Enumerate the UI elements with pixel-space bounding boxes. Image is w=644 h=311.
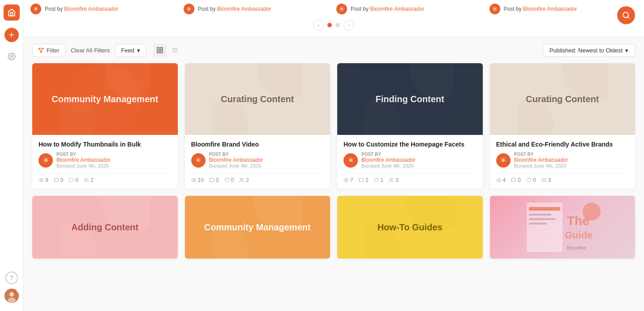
- card-title-2: Bloomfire Brand Video: [191, 140, 324, 148]
- svg-rect-39: [529, 214, 551, 216]
- home-button[interactable]: [4, 4, 20, 21]
- main-content: ✳ Post by Bloomfire Ambassador ✳ Post by…: [23, 0, 644, 311]
- svg-marker-6: [39, 48, 43, 52]
- card-body-1: How to Modify Thumbnails in Bulk ✳ POST …: [32, 135, 178, 189]
- svg-text:Bloomfire: Bloomfire: [567, 246, 586, 251]
- author-date-1: Bumped June 4th, 2020: [56, 163, 111, 168]
- svg-point-2: [9, 292, 14, 297]
- carousel-post-label-4: Post by Bloomfire Ambassador: [504, 6, 577, 12]
- svg-line-5: [627, 17, 629, 18]
- post-by-1: POST BY: [56, 152, 111, 157]
- card-curating-content[interactable]: Curating Content Bloomfire Brand Video ✳…: [185, 63, 331, 189]
- svg-point-28: [518, 99, 554, 135]
- stat-comments-1: 0: [54, 177, 64, 183]
- card-photo[interactable]: The Guide Bloomfire: [490, 196, 635, 259]
- author-date-4: Bumped June 4th, 2020: [514, 163, 568, 168]
- card-title-3: How to Customize the Homepage Facets: [343, 140, 477, 148]
- card-community-management[interactable]: Community Management How to Modify Thumb…: [32, 63, 178, 189]
- filter-label: Filter: [47, 47, 60, 54]
- card-community-management-2[interactable]: Community Management: [185, 196, 331, 259]
- cards-grid: Community Management How to Modify Thumb…: [23, 63, 644, 311]
- carousel-dot-2[interactable]: [335, 23, 340, 27]
- svg-rect-10: [160, 51, 163, 53]
- card-stats-3: 7 2 1 3: [343, 173, 477, 183]
- carousel-post-4: ✳ Post by Bloomfire Ambassador: [489, 4, 637, 14]
- card-thumb-text-4: Curating Content: [519, 94, 606, 104]
- stat-comments-4: 0: [511, 177, 521, 183]
- help-button[interactable]: ?: [5, 272, 18, 284]
- author-meta-1: POST BY Bloomfire Ambassador Bumped June…: [56, 152, 111, 168]
- card-thumb-4: Curating Content: [490, 63, 635, 135]
- svg-point-22: [240, 178, 242, 180]
- stat-likes-4: 0: [526, 177, 536, 183]
- carousel-author-icon-2: ✳: [184, 4, 194, 14]
- card-thumb-2: Curating Content: [185, 63, 331, 135]
- svg-point-4: [623, 12, 628, 17]
- svg-point-26: [390, 178, 392, 180]
- feed-label: Feed: [121, 47, 134, 54]
- author-meta-2: POST BY Bloomfire Ambassador Bumped June…: [209, 152, 263, 168]
- stat-likes-2: 0: [224, 177, 234, 183]
- filter-button[interactable]: Filter: [32, 44, 65, 57]
- svg-rect-8: [160, 48, 163, 50]
- carousel-section: ✳ Post by Bloomfire Ambassador ✳ Post by…: [23, 0, 644, 37]
- card-stats-4: 4 0 0 3: [496, 173, 629, 183]
- stat-contributors-1: 2: [84, 177, 94, 183]
- avatar[interactable]: 2: [4, 289, 19, 303]
- author-date-2: Bumped June 4th, 2020: [209, 163, 263, 168]
- grid-view-button[interactable]: [153, 43, 167, 57]
- stat-views-3: 7: [343, 177, 353, 183]
- help-icon: ?: [10, 274, 13, 281]
- card-stats-1: 9 0 0 2: [39, 173, 172, 183]
- author-meta-4: POST BY Bloomfire Ambassador Bumped June…: [514, 152, 568, 168]
- svg-point-29: [498, 180, 499, 181]
- author-icon-1: ✳: [39, 153, 53, 168]
- card-body-2: Bloomfire Brand Video ✳ POST BY Bloomfir…: [185, 135, 331, 189]
- svg-point-30: [542, 178, 544, 180]
- carousel-post-2: ✳ Post by Bloomfire Ambassador: [184, 4, 331, 14]
- stat-contributors-4: 3: [541, 177, 551, 183]
- post-by-4: POST BY: [514, 152, 568, 157]
- card-title-4: Ethical and Eco-Friendly Active Brands: [496, 140, 629, 148]
- list-view-button[interactable]: [168, 43, 182, 57]
- carousel-next-button[interactable]: ›: [343, 20, 354, 30]
- add-button[interactable]: +: [4, 28, 19, 42]
- settings-button[interactable]: [4, 49, 19, 64]
- svg-text:Guide: Guide: [565, 229, 592, 241]
- search-button[interactable]: [617, 6, 635, 24]
- clear-filters-button[interactable]: Clear All Filters: [71, 47, 110, 54]
- feed-dropdown[interactable]: Feed ▾: [115, 44, 146, 57]
- carousel-dot-1[interactable]: [327, 23, 332, 27]
- card-eco-brands[interactable]: Curating Content Ethical and Eco-Friendl…: [490, 63, 635, 189]
- svg-point-3: [8, 298, 16, 303]
- card-finding-content[interactable]: Finding Content How to Customize the Hom…: [337, 63, 483, 189]
- card-thumb-text-3: Finding Content: [369, 94, 451, 104]
- stat-comments-2: 0: [209, 177, 219, 183]
- filter-bar: Filter Clear All Filters Feed ▾ Publishe: [23, 37, 644, 63]
- sort-chevron-icon: ▾: [625, 47, 628, 54]
- stat-views-4: 4: [496, 177, 506, 183]
- carousel-prev-button[interactable]: ‹: [313, 20, 324, 30]
- svg-rect-7: [157, 48, 159, 50]
- card-thumb-text-2: Curating Content: [214, 94, 301, 104]
- author-date-3: Bumped June 4th, 2020: [361, 163, 416, 168]
- svg-rect-40: [529, 218, 556, 220]
- svg-point-21: [193, 180, 194, 181]
- carousel-author-icon-1: ✳: [30, 4, 41, 14]
- sort-dropdown[interactable]: Published: Newest to Oldest ▾: [543, 44, 635, 57]
- stat-views-1: 9: [39, 177, 48, 183]
- card-author-row-1: ✳ POST BY Bloomfire Ambassador Bumped Ju…: [39, 152, 172, 168]
- chevron-down-icon: ▾: [137, 47, 140, 54]
- svg-point-24: [365, 99, 401, 135]
- card-adding-content[interactable]: Adding Content: [32, 196, 178, 259]
- card-how-to-guides[interactable]: How-To Guides: [337, 196, 483, 259]
- card-thumb-6: Community Management: [185, 196, 331, 259]
- card-thumb-5: Adding Content: [32, 196, 178, 259]
- stat-likes-3: 1: [374, 177, 383, 183]
- stat-likes-1: 0: [69, 177, 78, 183]
- view-toggle: [153, 43, 182, 57]
- author-name-4: Bloomfire Ambassador: [514, 157, 568, 163]
- card-thumb-text-6: Community Management: [197, 222, 318, 233]
- card-author-row-3: ✳ POST BY Bloomfire Ambassador Bumped Ju…: [343, 152, 477, 168]
- carousel-post-label-3: Post by Bloomfire Ambassador: [351, 6, 424, 12]
